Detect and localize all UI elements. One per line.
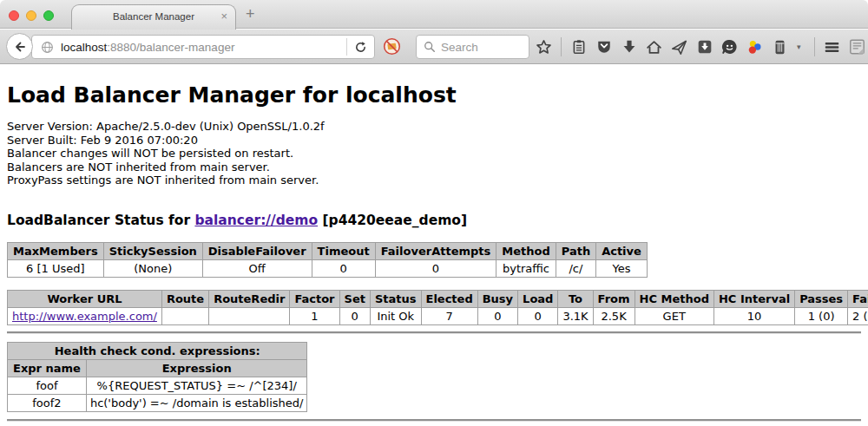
table-header-row: Expr name Expression bbox=[8, 359, 307, 377]
inherit-note-line: Balancers are NOT inherited from main se… bbox=[7, 161, 270, 174]
column-header: HC Interval bbox=[713, 290, 794, 307]
minimize-window-button[interactable] bbox=[26, 10, 36, 21]
column-header: Fails bbox=[848, 290, 868, 307]
timeout-cell: 0 bbox=[312, 259, 375, 277]
table-row: foof %{REQUEST_STATUS} =~ /^[234]/ bbox=[8, 377, 307, 394]
hc-method-cell: GET bbox=[635, 307, 713, 324]
fails-cell: 2 (0) bbox=[848, 307, 868, 324]
disablefailover-cell: Off bbox=[202, 259, 312, 277]
tab-balancer-manager[interactable]: Balancer Manager × bbox=[71, 4, 236, 29]
navigation-toolbar: localhost:8880/balancer-manager bbox=[0, 29, 868, 64]
active-cell: Yes bbox=[596, 259, 648, 277]
column-header: Factor bbox=[290, 290, 339, 307]
column-header: Expression bbox=[86, 359, 307, 377]
table-header-row: Worker URL Route RouteRedir Factor Set S… bbox=[8, 290, 868, 307]
tab-groups-icon[interactable] bbox=[849, 39, 865, 56]
column-header: Status bbox=[370, 290, 421, 307]
search-input[interactable] bbox=[441, 41, 519, 54]
menu-hamburger-icon[interactable] bbox=[824, 39, 840, 56]
busy-cell: 0 bbox=[477, 307, 517, 324]
elected-cell: 7 bbox=[421, 307, 477, 324]
column-header: Active bbox=[596, 242, 648, 259]
server-info: Server Version: Apache/2.5.0-dev (Unix) … bbox=[7, 120, 861, 187]
column-header: Timeout bbox=[312, 242, 375, 259]
column-header: StickySession bbox=[103, 242, 202, 259]
status-heading-suffix: [p4420eeae_demo] bbox=[318, 213, 467, 228]
column-header: HC Method bbox=[635, 290, 713, 307]
chevron-down-icon[interactable]: ▾ bbox=[797, 43, 806, 51]
url-bar[interactable]: localhost:8880/balancer-manager bbox=[31, 35, 375, 59]
proxypass-note-line: ProxyPass settings are NOT inherited fro… bbox=[7, 174, 319, 187]
toolbar-divider bbox=[814, 37, 815, 56]
pocket-icon[interactable] bbox=[595, 39, 612, 56]
column-header: From bbox=[593, 290, 635, 307]
column-header: Route bbox=[161, 290, 208, 307]
new-tab-button[interactable]: + bbox=[246, 5, 255, 23]
expr-name-cell: foof2 bbox=[8, 394, 87, 411]
column-header: To bbox=[558, 290, 593, 307]
search-bar[interactable] bbox=[416, 35, 529, 59]
search-icon bbox=[424, 41, 436, 53]
route-cell bbox=[161, 307, 208, 324]
url-path: :8880/balancer-manager bbox=[107, 41, 234, 54]
back-arrow-icon bbox=[13, 40, 27, 54]
column-header: Busy bbox=[477, 290, 517, 307]
zoom-window-button[interactable] bbox=[43, 10, 54, 21]
reload-button[interactable] bbox=[347, 41, 374, 54]
column-header: Expr name bbox=[8, 359, 87, 377]
page-content: Load Balancer Manager for localhost Serv… bbox=[0, 65, 868, 426]
back-button[interactable] bbox=[6, 33, 33, 60]
balancer-settings-table: MaxMembers StickySession DisableFailover… bbox=[7, 242, 648, 278]
table-row: foof2 hc('body') =~ /domain is establish… bbox=[8, 394, 307, 411]
table-header-row: MaxMembers StickySession DisableFailover… bbox=[8, 242, 648, 259]
emoji-chat-icon[interactable] bbox=[721, 39, 738, 56]
expr-name-cell: foof bbox=[8, 377, 87, 394]
server-version-line: Server Version: Apache/2.5.0-dev (Unix) … bbox=[7, 120, 325, 133]
tab-title: Balancer Manager bbox=[72, 11, 235, 22]
server-built-line: Server Built: Feb 9 2016 07:00:20 bbox=[7, 134, 198, 147]
persist-note-line: Balancer changes will NOT be persisted o… bbox=[7, 147, 293, 160]
column-header: Elected bbox=[421, 290, 477, 307]
table-row: 6 [1 Used] (None) Off 0 0 bytraffic /c/ … bbox=[8, 259, 648, 277]
url-text: localhost:8880/balancer-manager bbox=[61, 41, 234, 54]
column-header: Method bbox=[496, 242, 556, 259]
close-window-button[interactable] bbox=[9, 10, 19, 21]
plugin-blocked-icon[interactable] bbox=[383, 37, 401, 56]
balancer-status-heading: LoadBalancer Status for balancer://demo … bbox=[7, 213, 861, 228]
column-header: MaxMembers bbox=[8, 242, 104, 259]
set-cell: 0 bbox=[339, 307, 370, 324]
expression-cell: hc('body') =~ /domain is established/ bbox=[86, 394, 307, 411]
stickysession-cell: (None) bbox=[103, 259, 202, 277]
method-cell: bytraffic bbox=[496, 259, 556, 277]
status-heading-prefix: LoadBalancer Status for bbox=[7, 213, 194, 228]
column-header: DisableFailover bbox=[202, 242, 312, 259]
path-cell: /c/ bbox=[556, 259, 595, 277]
column-header: Path bbox=[556, 242, 595, 259]
column-header: Worker URL bbox=[8, 290, 162, 307]
bookmarks-menu-icon[interactable] bbox=[570, 39, 587, 56]
tab-close-icon[interactable]: × bbox=[220, 10, 227, 23]
bookmark-star-icon[interactable] bbox=[536, 39, 552, 56]
routeredir-cell bbox=[209, 307, 290, 324]
reload-icon bbox=[354, 41, 367, 54]
column-header: FailoverAttempts bbox=[375, 242, 496, 259]
status-cell: Init Ok bbox=[370, 307, 421, 324]
balancer-demo-link[interactable]: balancer://demo bbox=[194, 213, 318, 228]
from-cell: 2.5K bbox=[593, 307, 635, 324]
browser-window: Balancer Manager × + localhost:8880/bala… bbox=[0, 0, 868, 426]
home-icon[interactable] bbox=[646, 39, 662, 56]
color-dots-icon[interactable] bbox=[746, 39, 763, 56]
send-plane-icon[interactable] bbox=[671, 39, 687, 56]
health-check-table: Health check cond. expressions: Expr nam… bbox=[7, 342, 307, 412]
toolbar-buttons: ▾ bbox=[536, 29, 865, 64]
worker-url-link[interactable]: http://www.example.com/ bbox=[12, 310, 157, 323]
table-row: http://www.example.com/ 1 0 Init Ok 7 0 … bbox=[8, 307, 868, 324]
health-table-title: Health check cond. expressions: bbox=[8, 342, 307, 359]
download-helper-icon[interactable] bbox=[696, 39, 713, 56]
maxmembers-cell: 6 [1 Used] bbox=[8, 259, 104, 277]
expression-cell: %{REQUEST_STATUS} =~ /^[234]/ bbox=[86, 377, 307, 394]
downloads-icon[interactable] bbox=[621, 39, 637, 56]
window-controls bbox=[9, 10, 54, 21]
container-icon[interactable] bbox=[772, 39, 788, 56]
toolbar-divider bbox=[561, 37, 562, 56]
